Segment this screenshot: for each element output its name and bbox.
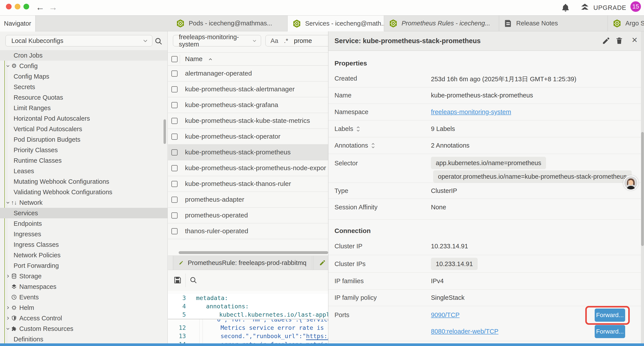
sidebar-item-secrets[interactable]: Secrets (0, 82, 168, 92)
row-checkbox[interactable] (172, 102, 178, 108)
chevron-down-icon[interactable] (6, 327, 10, 331)
regex-toggle[interactable]: .* (284, 37, 288, 44)
expand-toggle-icon[interactable] (371, 142, 376, 149)
expand-toggle-icon[interactable] (356, 126, 360, 132)
row-checkbox[interactable] (172, 134, 178, 140)
port-link[interactable]: 9090/TCP (431, 311, 460, 319)
chevron-down-icon[interactable] (6, 64, 10, 68)
sidebar-item-services[interactable]: Services (0, 208, 168, 218)
sidebar-item-ingresses[interactable]: Ingresses (0, 229, 168, 239)
port-link[interactable]: 8080:reloader-web/TCP (431, 328, 498, 335)
drawer-scrollbar-thumb[interactable] (641, 132, 644, 246)
upgrade-button[interactable]: UPGRADE (580, 3, 626, 12)
zoom-window-button[interactable] (24, 4, 29, 9)
search-icon[interactable] (190, 276, 197, 284)
sidebar-item-pod-disruption-budgets[interactable]: Pod Disruption Budgets (0, 134, 168, 145)
save-icon[interactable] (173, 276, 182, 285)
column-header-name[interactable]: Name (185, 52, 202, 65)
table-row[interactable]: kube-prometheus-stack-alertmanager (168, 81, 328, 97)
kubeconfig-selector[interactable]: Local Kubeconfigs (6, 35, 152, 46)
code-link[interactable]: https://net (306, 333, 328, 340)
trash-icon[interactable] (615, 36, 624, 45)
sidebar-group-access-control[interactable]: Access Control (0, 313, 168, 324)
sidebar-item-validating-webhook-configurations[interactable]: Validating Webhook Configurations (0, 187, 168, 197)
sidebar-item-network-policies[interactable]: Network Policies (0, 250, 168, 260)
table-row[interactable]: alertmanager-operated (168, 66, 328, 81)
tab-release-notes[interactable]: Release Notes (499, 15, 608, 31)
editor-tab-prometheusrule[interactable]: PrometheusRule: freeleaps-prod-rabbitmq (173, 256, 312, 270)
table-row[interactable]: kube-prometheus-stack-kube-state-metrics (168, 113, 328, 129)
namespace-link[interactable]: freeleaps-monitoring-system (431, 108, 511, 116)
row-checkbox[interactable] (172, 181, 178, 187)
tab-prometheus-rules[interactable]: Prometheus Rules - icecheng... (384, 15, 499, 31)
search-input[interactable]: Aa .* prome (266, 35, 328, 46)
select-all-checkbox[interactable] (172, 56, 178, 62)
chevron-right-icon[interactable] (6, 316, 10, 320)
chevron-down-icon[interactable] (6, 200, 10, 205)
row-checkbox[interactable] (172, 149, 178, 155)
row-checkbox[interactable] (172, 212, 178, 219)
match-case-toggle[interactable]: Aa (270, 37, 278, 44)
row-checkbox[interactable] (172, 197, 178, 203)
close-icon[interactable]: × (632, 34, 638, 45)
selector-chip[interactable]: app.kubernetes.io/name=prometheus (431, 157, 546, 169)
forward-arrow-icon[interactable]: → (49, 2, 58, 12)
sidebar-group-helm[interactable]: Helm (0, 303, 168, 313)
sidebar-item-runtime-classes[interactable]: Runtime Classes (0, 155, 168, 166)
edit-icon[interactable] (602, 36, 610, 45)
close-window-button[interactable] (6, 4, 12, 9)
selector-chip[interactable]: operator.prometheus.io/name=kube-prometh… (433, 170, 632, 183)
row-checkbox[interactable] (172, 86, 178, 92)
row-checkbox[interactable] (172, 165, 178, 171)
sidebar-item-port-forwarding[interactable]: Port Forwarding (0, 260, 168, 271)
sidebar-item-mutating-webhook-configurations[interactable]: Mutating Webhook Configurations (0, 176, 168, 187)
sidebar-group-config[interactable]: ⚙ Config (0, 61, 168, 71)
search-icon[interactable] (154, 37, 163, 45)
forward-button[interactable]: Forward... (595, 325, 625, 338)
row-checkbox[interactable] (172, 228, 178, 234)
cluster-ip-chip[interactable]: 10.233.14.91 (431, 258, 478, 270)
minimize-window-button[interactable] (15, 4, 20, 9)
yaml-editor[interactable]: 3metadata: 4annotations: 5kubectl.kubern… (168, 291, 328, 346)
table-row[interactable]: kube-prometheus-stack-thanos-ruler (168, 176, 328, 192)
navigator-tab[interactable]: Navigator (0, 15, 36, 31)
navigator-scrollbar[interactable] (164, 119, 166, 144)
sort-ascending-icon[interactable] (208, 57, 213, 62)
sidebar-item-definitions[interactable]: Definitions (0, 334, 168, 345)
sidebar-item-namespaces[interactable]: Namespaces (0, 281, 168, 292)
row-checkbox[interactable] (172, 118, 178, 124)
table-row[interactable]: kube-prometheus-stack-prometheus-node-ex… (168, 160, 328, 176)
table-row-selected[interactable]: kube-prometheus-stack-prometheus (168, 145, 328, 160)
sidebar-item-priority-classes[interactable]: Priority Classes (0, 145, 168, 155)
sidebar-item-ingress-classes[interactable]: Ingress Classes (0, 239, 168, 250)
sidebar-item-events[interactable]: Events (0, 292, 168, 303)
back-arrow-icon[interactable]: ← (36, 2, 44, 12)
sidebar-item-limit-ranges[interactable]: Limit Ranges (0, 103, 168, 113)
table-row[interactable]: kube-prometheus-stack-grafana (168, 97, 328, 113)
horizontal-scrollbar[interactable] (179, 251, 328, 254)
drawer-scrollbar-track[interactable] (641, 31, 644, 346)
property-value[interactable]: 9 Labels (431, 125, 455, 132)
sidebar-item-leases[interactable]: Leases (0, 166, 168, 176)
sidebar-item-horizontal-pod-autoscalers[interactable]: Horizontal Pod Autoscalers (0, 113, 168, 124)
chevron-right-icon[interactable] (6, 274, 10, 278)
sidebar-item-vertical-pod-autoscalers[interactable]: Vertical Pod Autoscalers (0, 124, 168, 134)
sidebar-group-network[interactable]: ↑↓ Network (0, 197, 168, 208)
table-row[interactable]: thanos-ruler-operated (168, 223, 328, 239)
sidebar-group-custom-resources[interactable]: Custom Resources (0, 324, 168, 334)
chevron-right-icon[interactable] (6, 306, 10, 310)
table-row[interactable]: kube-prometheus-stack-operator (168, 129, 328, 145)
tab-pods[interactable]: Pods - icecheng@mathmas... (171, 15, 288, 31)
forward-button[interactable]: Forward... (595, 309, 625, 322)
avatar[interactable] (624, 175, 638, 190)
property-value[interactable]: 2 Annotations (431, 142, 470, 149)
tab-services[interactable]: Services - icecheng@math... × (288, 15, 384, 31)
editor-tab-partial[interactable] (313, 256, 328, 270)
sidebar-item-endpoints[interactable]: Endpoints (0, 218, 168, 229)
tab-argo[interactable]: Argo Se (608, 15, 644, 31)
table-row[interactable]: prometheus-operated (168, 208, 328, 223)
namespace-selector[interactable]: freeleaps-monitoring-system (173, 35, 261, 46)
sidebar-item-resource-quotas[interactable]: Resource Quotas (0, 92, 168, 103)
table-row[interactable]: prometheus-adapter (168, 192, 328, 208)
sidebar-item-config-maps[interactable]: Config Maps (0, 71, 168, 82)
